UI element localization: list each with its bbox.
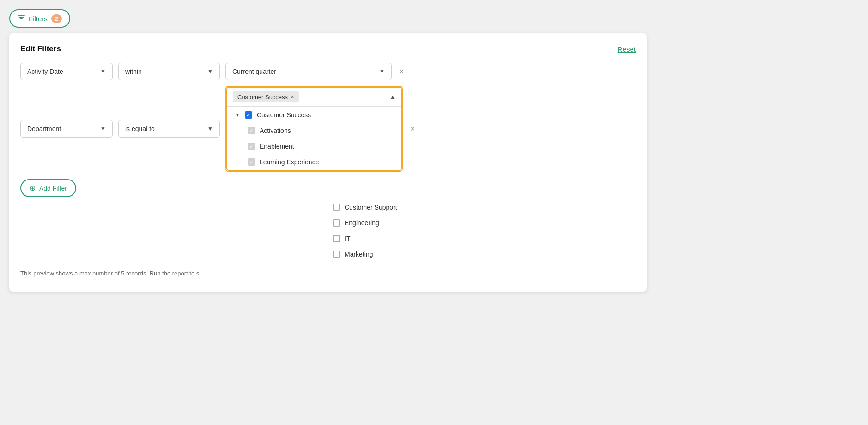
learning-experience-checkbox[interactable]: ✓	[248, 158, 255, 166]
marketing-checkbox[interactable]	[333, 251, 340, 258]
remove-filter-1-button[interactable]: ×	[397, 66, 406, 78]
customer-success-tag: Customer Success ×	[233, 91, 299, 102]
customer-success-checkbox[interactable]: ✓	[245, 111, 252, 119]
filters-label: Filters	[29, 15, 48, 23]
edit-filters-panel: Edit Filters Reset Activity Date ▼ withi…	[9, 33, 647, 292]
it-item[interactable]: IT	[325, 231, 501, 246]
reset-link[interactable]: Reset	[618, 45, 636, 53]
department-value-dropdown[interactable]: Customer Success × ▲ ▼ ✓ Custo	[226, 87, 402, 171]
activity-date-label: Activity Date	[27, 68, 63, 75]
activity-date-arrow-icon: ▼	[100, 68, 106, 75]
dept-chevron-up-icon[interactable]: ▲	[390, 94, 395, 100]
department-field-dropdown[interactable]: Department ▼	[20, 120, 113, 138]
dept-selected-right: ▲	[390, 94, 395, 100]
filter-icon	[18, 14, 25, 23]
filter-row-activity-date: Activity Date ▼ within ▼ Current quarter…	[20, 63, 636, 80]
panel-title: Edit Filters	[20, 44, 61, 54]
remove-customer-success-tag-button[interactable]: ×	[291, 93, 294, 101]
department-value-wrapper: Customer Success × ▲ ▼ ✓ Custo	[225, 86, 403, 172]
dept-selected-area: Customer Success × ▲	[227, 88, 401, 107]
customer-success-parent-item[interactable]: ▼ ✓ Customer Success	[227, 107, 401, 123]
customer-support-item[interactable]: Customer Support	[325, 199, 501, 215]
panel-header: Edit Filters Reset	[20, 44, 636, 54]
within-arrow-icon: ▼	[207, 68, 213, 75]
filters-count-badge: 2	[51, 14, 62, 23]
engineering-item[interactable]: Engineering	[325, 215, 501, 231]
add-filter-label: Add Filter	[39, 185, 67, 192]
marketing-item[interactable]: Marketing	[325, 246, 501, 262]
extra-dropdown-items: Customer Support Engineering IT Marketin…	[325, 199, 501, 262]
within-operator-dropdown[interactable]: within ▼	[118, 63, 220, 80]
filter-row-department: Department ▼ is equal to ▼ Customer Succ…	[20, 86, 636, 172]
preview-text: This preview shows a max number of 5 rec…	[20, 266, 636, 281]
current-quarter-value-dropdown[interactable]: Current quarter ▼	[225, 63, 392, 80]
customer-support-checkbox[interactable]	[333, 204, 340, 211]
is-equal-to-arrow-icon: ▼	[207, 126, 213, 132]
filters-button[interactable]: Filters 2	[9, 9, 70, 28]
within-label: within	[125, 68, 142, 75]
activations-checkbox[interactable]: ✓	[248, 127, 255, 134]
dept-dropdown-list: ▼ ✓ Customer Success ✓ Activations ✓	[227, 107, 401, 170]
is-equal-to-label: is equal to	[125, 125, 155, 132]
customer-success-item-label: Customer Success	[257, 111, 311, 119]
learning-experience-label: Learning Experience	[260, 158, 319, 166]
enablement-checkbox[interactable]: ✓	[248, 143, 255, 150]
remove-filter-2-button[interactable]: ×	[408, 123, 417, 135]
marketing-label: Marketing	[345, 251, 373, 258]
customer-success-tag-label: Customer Success	[237, 94, 288, 101]
enablement-label: Enablement	[260, 143, 294, 150]
add-filter-button[interactable]: ⊕ Add Filter	[20, 179, 76, 197]
current-quarter-label: Current quarter	[232, 68, 276, 75]
add-filter-icon: ⊕	[30, 184, 36, 192]
engineering-checkbox[interactable]	[333, 219, 340, 227]
department-arrow-icon: ▼	[100, 126, 106, 132]
activations-item[interactable]: ✓ Activations	[227, 123, 401, 138]
engineering-label: Engineering	[345, 219, 379, 227]
it-label: IT	[345, 235, 350, 242]
learning-experience-item[interactable]: ✓ Learning Experience	[227, 154, 401, 170]
customer-support-label: Customer Support	[345, 204, 397, 211]
it-checkbox[interactable]	[333, 235, 340, 242]
activity-date-field-dropdown[interactable]: Activity Date ▼	[20, 63, 113, 80]
activations-label: Activations	[260, 127, 291, 134]
filter-rows: Activity Date ▼ within ▼ Current quarter…	[20, 63, 636, 172]
department-label: Department	[27, 125, 61, 132]
is-equal-to-operator-dropdown[interactable]: is equal to ▼	[118, 120, 220, 138]
current-quarter-arrow-icon: ▼	[379, 68, 385, 75]
enablement-item[interactable]: ✓ Enablement	[227, 138, 401, 154]
customer-success-expand-icon: ▼	[235, 112, 240, 118]
